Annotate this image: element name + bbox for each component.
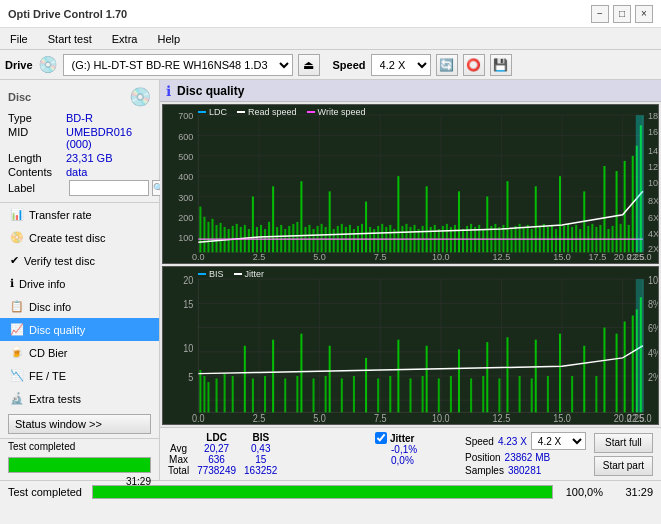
scan-button[interactable]: ⭕: [463, 54, 485, 76]
sidebar-item-fe-te[interactable]: 📉 FE / TE: [0, 364, 159, 387]
svg-rect-215: [409, 378, 411, 412]
svg-text:2.5: 2.5: [253, 412, 266, 424]
max-row: Max 636 15: [164, 454, 281, 465]
drive-select[interactable]: (G:) HL-DT-ST BD-RE WH16NS48 1.D3: [63, 54, 293, 76]
sidebar-item-disc-info[interactable]: 📋 Disc info: [0, 295, 159, 318]
menu-help[interactable]: Help: [147, 31, 190, 47]
fe-te-label: FE / TE: [29, 370, 66, 382]
start-part-button[interactable]: Start part: [594, 456, 653, 476]
svg-rect-57: [248, 229, 250, 252]
minimize-button[interactable]: −: [591, 5, 609, 23]
write-speed-legend-dot: [307, 111, 315, 113]
svg-rect-231: [571, 376, 573, 412]
svg-rect-236: [624, 321, 626, 412]
bottom-time: 31:29: [613, 486, 653, 498]
speed-position-section: Speed 4.23 X 4.2 X Position 23862 MB Sam…: [461, 430, 590, 478]
bis-legend-dot: [198, 273, 206, 275]
app-title: Opti Drive Control 1.70: [8, 8, 127, 20]
type-label: Type: [8, 112, 66, 124]
svg-text:7.5: 7.5: [374, 252, 387, 262]
svg-text:200: 200: [178, 213, 193, 223]
svg-text:400: 400: [178, 172, 193, 182]
jitter-legend-item: Jitter: [234, 269, 265, 279]
svg-rect-54: [236, 224, 238, 252]
svg-rect-208: [329, 345, 331, 412]
svg-rect-156: [636, 115, 644, 252]
menu-start-test[interactable]: Start test: [38, 31, 102, 47]
avg-label: Avg: [164, 443, 193, 454]
svg-rect-205: [300, 333, 302, 412]
svg-rect-86: [365, 202, 367, 253]
speed-select-stats[interactable]: 4.2 X: [531, 432, 586, 450]
bottom-status-text: Test completed: [8, 486, 82, 498]
close-button[interactable]: ×: [635, 5, 653, 23]
menu-file[interactable]: File: [0, 31, 38, 47]
sidebar-item-cd-bier[interactable]: 🍺 CD Bier: [0, 341, 159, 364]
bis-col-header: BIS: [240, 432, 281, 443]
disc-length-row: Length 23,31 GB: [8, 152, 151, 164]
jitter-checkbox[interactable]: [375, 432, 387, 444]
svg-text:5: 5: [188, 371, 193, 383]
fe-te-icon: 📉: [10, 369, 24, 382]
maximize-button[interactable]: □: [613, 5, 631, 23]
sidebar-item-verify-test-disc[interactable]: ✔ Verify test disc: [0, 249, 159, 272]
svg-text:6X: 6X: [648, 213, 658, 223]
svg-rect-194: [203, 376, 205, 412]
total-bis: 163252: [240, 465, 281, 476]
ldc-header: [164, 432, 193, 443]
svg-rect-78: [333, 229, 335, 252]
refresh-button[interactable]: 🔄: [436, 54, 458, 76]
eject-button[interactable]: ⏏: [298, 54, 320, 76]
speed-select[interactable]: 4.2 X: [371, 54, 431, 76]
stats-bar: LDC BIS Avg 20,27 0,43 Max 636: [160, 427, 661, 480]
svg-rect-223: [486, 342, 488, 412]
write-speed-legend-label: Write speed: [318, 107, 366, 117]
stats-table: LDC BIS Avg 20,27 0,43 Max 636: [164, 432, 281, 476]
main-layout: Disc 💿 Type BD-R MID UMEBDR016 (000) Len…: [0, 80, 661, 480]
svg-rect-193: [199, 369, 201, 411]
sidebar-item-disc-quality[interactable]: 📈 Disc quality: [0, 318, 159, 341]
bottom-progress-bar: [92, 485, 553, 499]
menu-extra[interactable]: Extra: [102, 31, 148, 47]
svg-rect-75: [321, 224, 323, 252]
save-button[interactable]: 💾: [490, 54, 512, 76]
ldc-col-header: LDC: [193, 432, 240, 443]
samples-row: Samples 380281: [465, 465, 586, 476]
max-label: Max: [164, 454, 193, 465]
svg-rect-52: [228, 229, 230, 252]
svg-rect-142: [591, 224, 593, 252]
avg-jitter: -0,1%: [375, 444, 457, 455]
sidebar-item-drive-info[interactable]: ℹ Drive info: [0, 272, 159, 295]
avg-ldc: 20,27: [193, 443, 240, 454]
sidebar-item-transfer-rate[interactable]: 📊 Transfer rate: [0, 203, 159, 226]
svg-rect-235: [616, 333, 618, 412]
svg-rect-148: [616, 171, 618, 252]
svg-rect-226: [519, 376, 521, 412]
start-full-button[interactable]: Start full: [594, 433, 653, 453]
svg-text:10: 10: [183, 342, 193, 354]
status-window-button[interactable]: Status window >>: [8, 414, 151, 434]
svg-rect-237: [632, 315, 634, 412]
svg-rect-201: [264, 376, 266, 412]
total-label: Total: [164, 465, 193, 476]
speed-val: 4.23 X: [498, 436, 527, 447]
svg-rect-146: [607, 229, 609, 252]
svg-rect-196: [216, 378, 218, 412]
title-controls[interactable]: − □ ×: [591, 5, 653, 23]
bottom-progress-pct: 100,0%: [563, 486, 603, 498]
sidebar-item-create-test-disc[interactable]: 📀 Create test disc: [0, 226, 159, 249]
svg-rect-219: [450, 376, 452, 412]
svg-text:100: 100: [178, 233, 193, 243]
ldc-chart-svg: 700 600 500 400 300 200 100 18X 16X 14X …: [163, 105, 658, 263]
svg-rect-200: [252, 378, 254, 412]
jitter-legend-dot: [234, 273, 242, 275]
sidebar-item-extra-tests[interactable]: 🔬 Extra tests: [0, 387, 159, 410]
samples-label: Samples: [465, 465, 504, 476]
svg-text:5.0: 5.0: [313, 252, 326, 262]
svg-text:20: 20: [183, 274, 193, 286]
sidebar-progress-fill: [9, 458, 150, 472]
label-input[interactable]: [69, 180, 149, 196]
contents-label: Contents: [8, 166, 66, 178]
position-val: 23862 MB: [505, 452, 551, 463]
disc-header-icon: 💿: [129, 86, 151, 108]
